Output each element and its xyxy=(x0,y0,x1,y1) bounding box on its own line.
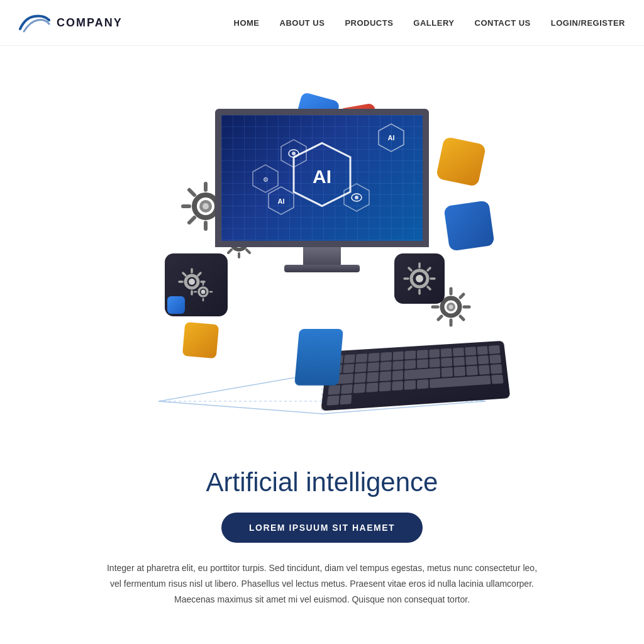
key xyxy=(328,385,340,395)
svg-line-33 xyxy=(460,294,464,297)
svg-line-10 xyxy=(189,190,194,195)
key xyxy=(489,345,500,354)
key xyxy=(380,352,392,362)
svg-text:⚙: ⚙ xyxy=(263,176,269,183)
logo[interactable]: COMPANY xyxy=(19,11,123,34)
key xyxy=(465,356,477,365)
key xyxy=(477,355,489,365)
logo-icon xyxy=(19,11,50,34)
gold-square-top xyxy=(436,136,487,187)
svg-line-69 xyxy=(409,287,411,289)
key xyxy=(392,352,404,361)
svg-line-12 xyxy=(189,218,194,223)
screen-background: AI AI AI xyxy=(221,115,423,241)
hero-section: AI AI AI xyxy=(0,46,644,633)
key xyxy=(429,358,440,368)
key xyxy=(354,373,366,382)
key xyxy=(466,366,478,375)
svg-point-56 xyxy=(201,290,206,294)
key xyxy=(404,360,416,369)
key xyxy=(353,383,365,393)
blue-folder xyxy=(294,329,343,386)
key xyxy=(477,346,488,355)
gold-square-bottom-left xyxy=(182,322,219,359)
key xyxy=(355,363,367,372)
blue-square-right xyxy=(443,200,494,251)
key xyxy=(367,372,379,382)
key xyxy=(441,358,453,367)
key xyxy=(404,369,440,380)
key xyxy=(429,349,440,358)
svg-text:AI: AI xyxy=(278,197,285,205)
key xyxy=(478,365,490,375)
navbar: COMPANY HOME ABOUT US PRODUCTS GALLERY C… xyxy=(0,0,644,46)
svg-point-84 xyxy=(355,196,358,199)
key xyxy=(392,370,403,380)
key xyxy=(453,348,464,357)
nav-links: HOME ABOUT US PRODUCTS GALLERY CONTACT U… xyxy=(234,17,625,28)
svg-line-34 xyxy=(438,316,441,319)
svg-text:AI: AI xyxy=(388,134,395,142)
svg-point-27 xyxy=(449,305,453,309)
monitor-stand xyxy=(303,247,341,265)
key xyxy=(367,362,379,372)
key xyxy=(392,361,404,370)
key xyxy=(343,364,355,374)
nav-item-home[interactable]: HOME xyxy=(234,17,260,28)
key xyxy=(340,394,352,404)
cta-button[interactable]: LOREM IPSUUM SIT HAEMET xyxy=(221,513,423,543)
svg-point-77 xyxy=(292,152,296,155)
monitor-base xyxy=(284,265,360,272)
key xyxy=(489,355,501,364)
key xyxy=(405,350,416,359)
nav-item-gallery[interactable]: GALLERY xyxy=(413,17,454,28)
key xyxy=(417,379,428,389)
nav-item-about[interactable]: ABOUT US xyxy=(280,17,325,28)
svg-line-53 xyxy=(183,273,186,275)
key xyxy=(404,380,416,390)
monitor: AI AI AI xyxy=(215,109,429,272)
key xyxy=(326,395,339,405)
hero-description: Integer at pharetra elit, eu porttitor t… xyxy=(102,560,542,608)
key xyxy=(441,367,453,377)
svg-line-35 xyxy=(460,316,464,319)
svg-point-62 xyxy=(416,275,423,282)
key xyxy=(368,353,379,362)
logo-text: COMPANY xyxy=(57,16,123,30)
nav-item-login[interactable]: LOGIN/REGISTER xyxy=(551,17,625,28)
nav-item-products[interactable]: PRODUCTS xyxy=(345,17,393,28)
key xyxy=(366,382,378,392)
hero-title: Artificial intelligence xyxy=(206,467,438,497)
key xyxy=(343,354,355,364)
key xyxy=(453,357,465,367)
key xyxy=(341,384,353,394)
key xyxy=(417,359,428,369)
svg-line-54 xyxy=(198,273,201,275)
key xyxy=(379,372,391,381)
svg-point-48 xyxy=(189,279,195,285)
key xyxy=(356,353,367,363)
key xyxy=(379,382,391,392)
key xyxy=(441,348,452,357)
key xyxy=(380,362,391,371)
key xyxy=(392,380,403,391)
illustration: AI AI AI xyxy=(102,58,542,448)
key xyxy=(454,367,465,376)
key xyxy=(491,364,502,374)
nav-item-contact[interactable]: CONTACT US xyxy=(475,17,531,28)
key xyxy=(417,350,428,358)
screen-hex-icons: AI AI ⚙ xyxy=(221,115,423,241)
key xyxy=(465,347,476,355)
svg-line-70 xyxy=(428,287,430,289)
svg-point-5 xyxy=(203,203,209,209)
key xyxy=(491,374,503,384)
monitor-screen: AI AI AI xyxy=(215,109,429,247)
